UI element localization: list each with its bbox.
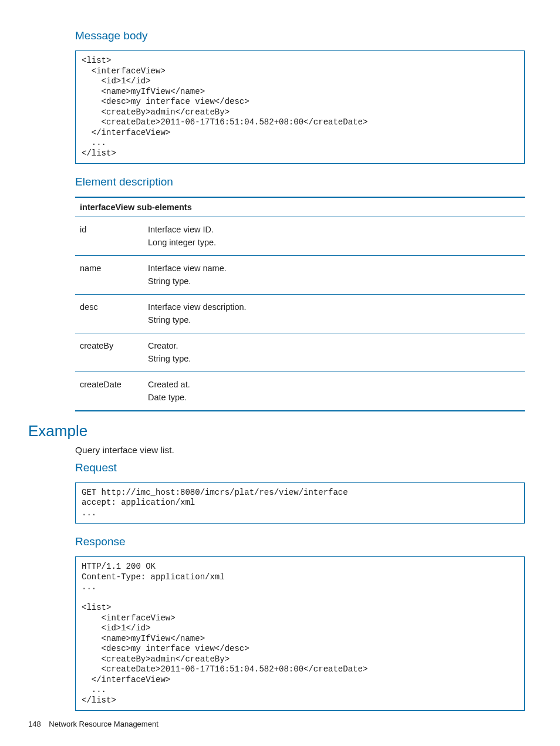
element-description-heading: Element description <box>75 175 525 188</box>
table-row: idInterface view ID. Long integer type. <box>75 217 525 256</box>
table-row: createByCreator. String type. <box>75 333 525 372</box>
example-heading: Example <box>28 422 525 440</box>
page-number: 148 <box>28 720 41 728</box>
request-heading: Request <box>75 461 525 474</box>
element-name: createDate <box>75 372 143 410</box>
table-row: nameInterface view name. String type. <box>75 255 525 294</box>
element-desc: Interface view name. String type. <box>143 255 525 294</box>
element-name: id <box>75 217 143 256</box>
response-code: HTTP/1.1 200 OK Content-Type: applicatio… <box>75 556 525 711</box>
request-code: GET http://imc_host:8080/imcrs/plat/res/… <box>75 482 525 524</box>
page-footer: 148 Network Resource Management <box>28 720 158 728</box>
element-description-table: interfaceView sub-elements idInterface v… <box>75 197 525 411</box>
element-name: createBy <box>75 333 143 372</box>
response-heading: Response <box>75 535 525 548</box>
element-name: name <box>75 255 143 294</box>
table-row: createDateCreated at. Date type. <box>75 372 525 410</box>
message-body-code: <list> <interfaceView> <id>1</id> <name>… <box>75 50 525 164</box>
element-name: desc <box>75 294 143 333</box>
element-desc: Creator. String type. <box>143 333 525 372</box>
message-body-heading: Message body <box>75 29 525 42</box>
element-desc: Interface view description. String type. <box>143 294 525 333</box>
chapter-title: Network Resource Management <box>49 720 158 728</box>
table-row: descInterface view description. String t… <box>75 294 525 333</box>
table-header: interfaceView sub-elements <box>75 197 525 217</box>
element-desc: Interface view ID. Long integer type. <box>143 217 525 256</box>
example-intro: Query interface view list. <box>75 445 525 455</box>
element-desc: Created at. Date type. <box>143 372 525 410</box>
